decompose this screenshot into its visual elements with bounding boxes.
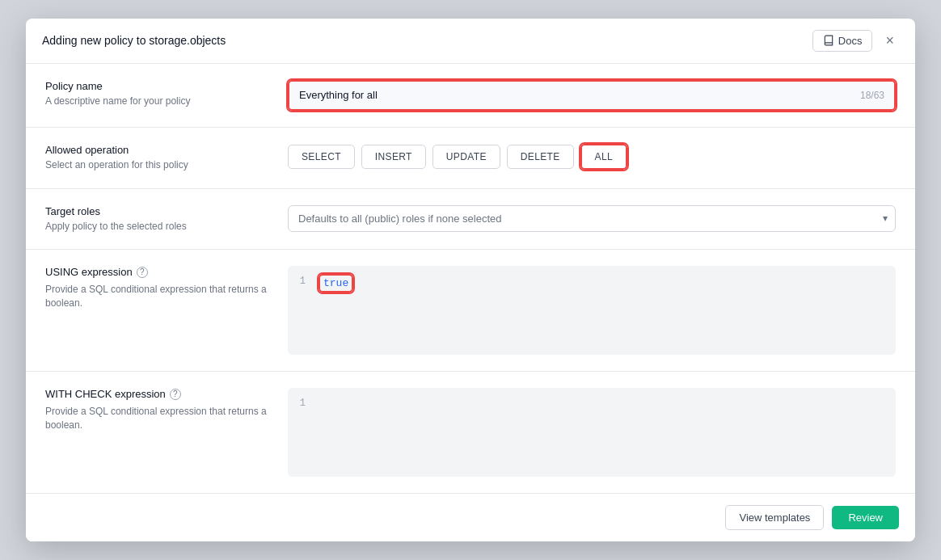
close-button[interactable]: × (880, 32, 899, 49)
target-roles-control-col: Defaults to all (public) roles if none s… (288, 205, 896, 232)
target-roles-label: Target roles (45, 205, 272, 217)
roles-select-wrapper: Defaults to all (public) roles if none s… (288, 205, 896, 232)
allowed-op-control-col: SELECT INSERT UPDATE DELETE ALL (288, 144, 896, 170)
with-check-line-number-1: 1 (288, 396, 306, 411)
using-expr-label-col: USING expression ? Provide a SQL conditi… (45, 266, 272, 310)
with-check-label-col: WITH CHECK expression ? Provide a SQL co… (45, 388, 272, 432)
op-select-button[interactable]: SELECT (288, 145, 355, 169)
using-expression-editor[interactable]: 1 true (288, 266, 896, 355)
using-line-numbers: 1 (288, 266, 312, 355)
using-code-value: true (323, 277, 348, 289)
add-policy-modal: Adding new policy to storage.objects Doc… (26, 19, 915, 542)
policy-name-label-col: Policy name A descriptive name for your … (45, 80, 272, 108)
using-expr-control-col: 1 true (288, 266, 896, 355)
with-check-help-icon[interactable]: ? (170, 389, 181, 400)
using-line-number-1: 1 (288, 274, 306, 289)
review-button[interactable]: Review (832, 506, 899, 529)
op-update-button[interactable]: UPDATE (433, 145, 500, 169)
allowed-op-sublabel: Select an operation for this policy (45, 158, 272, 172)
with-check-line-numbers: 1 (288, 388, 312, 477)
op-delete-button[interactable]: DELETE (507, 145, 574, 169)
target-roles-row: Target roles Apply policy to the selecte… (26, 189, 915, 251)
with-check-editor-inner: 1 (288, 388, 896, 477)
using-expression-row: USING expression ? Provide a SQL conditi… (26, 250, 915, 372)
policy-name-char-count: 18/63 (860, 90, 884, 101)
with-check-label: WITH CHECK expression ? (45, 388, 272, 400)
using-help-icon[interactable]: ? (137, 267, 148, 278)
using-code-content: true (312, 266, 896, 355)
using-expr-sublabel: Provide a SQL conditional expression tha… (45, 283, 272, 310)
operation-buttons: SELECT INSERT UPDATE DELETE ALL (288, 144, 896, 170)
policy-name-input-wrapper: 18/63 (288, 80, 896, 111)
using-true-value: true (319, 274, 353, 293)
with-check-expression-editor[interactable]: 1 (288, 388, 896, 477)
allowed-operation-row: Allowed operation Select an operation fo… (26, 128, 915, 189)
view-templates-button[interactable]: View templates (725, 505, 824, 530)
target-roles-sublabel: Apply policy to the selected roles (45, 220, 272, 234)
modal-header: Adding new policy to storage.objects Doc… (26, 19, 915, 64)
book-icon (823, 35, 834, 46)
with-check-code-content (312, 388, 896, 477)
allowed-op-label-col: Allowed operation Select an operation fo… (45, 144, 272, 172)
policy-name-control-col: 18/63 (288, 80, 896, 111)
modal-body: Policy name A descriptive name for your … (26, 64, 915, 494)
with-check-sublabel: Provide a SQL conditional expression tha… (45, 405, 272, 432)
header-actions: Docs × (812, 30, 899, 52)
allowed-op-label: Allowed operation (45, 144, 272, 156)
policy-name-label: Policy name (45, 80, 272, 92)
with-check-control-col: 1 (288, 388, 896, 477)
using-editor-inner: 1 true (288, 266, 896, 355)
modal-footer: View templates Review (26, 493, 915, 541)
target-roles-label-col: Target roles Apply policy to the selecte… (45, 205, 272, 234)
with-check-expression-row: WITH CHECK expression ? Provide a SQL co… (26, 372, 915, 493)
using-expr-label: USING expression ? (45, 266, 272, 278)
modal-title: Adding new policy to storage.objects (42, 34, 226, 47)
policy-name-input[interactable] (299, 89, 854, 101)
docs-label: Docs (838, 35, 863, 47)
policy-name-sublabel: A descriptive name for your policy (45, 95, 272, 108)
op-insert-button[interactable]: INSERT (361, 145, 426, 169)
docs-button[interactable]: Docs (812, 30, 873, 52)
target-roles-select[interactable]: Defaults to all (public) roles if none s… (288, 205, 896, 232)
policy-name-row: Policy name A descriptive name for your … (26, 64, 915, 128)
op-all-button[interactable]: ALL (580, 144, 627, 170)
